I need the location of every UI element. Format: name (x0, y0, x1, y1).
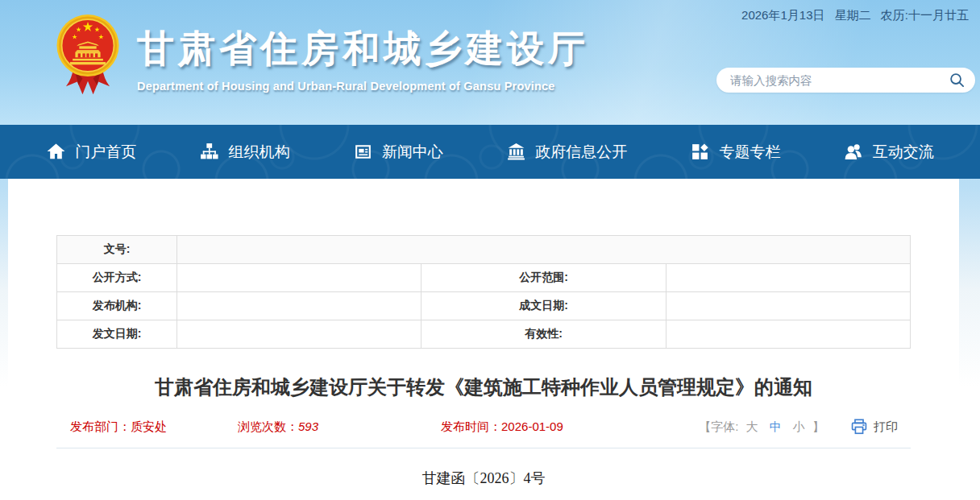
nav-item-interaction[interactable]: 互动交流 (844, 142, 934, 163)
open-scope-value (666, 264, 910, 292)
nav-item-label: 新闻中心 (382, 142, 443, 163)
article-title: 甘肃省住房和城乡建设厅关于转发《建筑施工特种作业人员管理规定》的通知 (56, 374, 911, 400)
main-nav: 门户首页 组织机构 新闻中心 (0, 125, 980, 179)
search-box[interactable] (716, 68, 975, 93)
nav-item-organization[interactable]: 组织机构 (199, 142, 289, 163)
view-count: 浏览次数：593 (238, 419, 318, 435)
font-widget-prefix: 【字体: (699, 419, 738, 433)
table-row: 公开方式: 公开范围: (57, 264, 911, 292)
nav-item-news[interactable]: 新闻中心 (353, 142, 443, 163)
brand-titles: 甘肃省住房和城乡建设厅 Department of Housing and Ur… (137, 11, 589, 93)
issue-date-value (177, 320, 421, 349)
date-line: 2026年1月13日 星期二 农历:十一月廿五 (741, 8, 969, 23)
issuing-agency-value (177, 292, 421, 320)
content-area: 文号: 公开方式: 公开范围: 发布机构: 成文日期: 发文日期: 有效性: 甘… (8, 179, 959, 500)
news-icon (353, 142, 373, 162)
nav-item-label: 互动交流 (873, 142, 934, 163)
nav-item-special-topics[interactable]: 专题专栏 (690, 142, 780, 163)
nav-item-label: 政府信息公开 (535, 142, 627, 163)
written-date-value (666, 292, 910, 320)
font-size-widget: 【字体: 大 中 小 】 (699, 419, 824, 435)
doc-number-value (177, 236, 911, 264)
issue-date-label: 发文日期: (57, 320, 177, 349)
site-header: 2026年1月13日 星期二 农历:十一月廿五 (0, 0, 980, 125)
table-row: 文号: (57, 236, 911, 264)
font-size-small-button[interactable]: 小 (793, 419, 805, 433)
nav-item-gov-info[interactable]: 政府信息公开 (506, 142, 627, 163)
printer-icon (850, 418, 868, 436)
publish-time: 发布时间：2026-01-09 (441, 419, 563, 435)
table-row: 发布机构: 成文日期: (57, 292, 911, 320)
home-icon (46, 142, 66, 162)
print-button[interactable]: 打印 (850, 418, 898, 436)
font-size-medium-button[interactable]: 中 (770, 419, 782, 433)
publish-department: 发布部门：质安处 (70, 419, 167, 435)
nav-item-label: 专题专栏 (719, 142, 780, 163)
org-chart-icon (199, 142, 219, 162)
search-icon[interactable] (949, 72, 965, 89)
doc-number-label: 文号: (57, 236, 177, 264)
nav-item-label: 门户首页 (75, 142, 136, 163)
document-info-table: 文号: 公开方式: 公开范围: 发布机构: 成文日期: 发文日期: 有效性: (56, 235, 911, 349)
site-title: 甘肃省住房和城乡建设厅 (137, 24, 589, 74)
nav-item-home[interactable]: 门户首页 (46, 142, 136, 163)
nav-item-label: 组织机构 (228, 142, 289, 163)
table-row: 发文日期: 有效性: (57, 320, 911, 349)
site-brand[interactable]: 甘肃省住房和城乡建设厅 Department of Housing and Ur… (55, 11, 589, 98)
print-label: 打印 (874, 419, 898, 435)
people-icon (844, 142, 864, 162)
site-subtitle-en: Department of Housing and Urban-Rural De… (137, 80, 589, 93)
open-scope-label: 公开范围: (421, 264, 666, 292)
gov-building-icon (506, 142, 526, 162)
validity-value (666, 320, 910, 349)
font-widget-suffix: 】 (812, 419, 824, 433)
document-reference-number: 甘建函〔2026〕4号 (8, 469, 959, 488)
validity-label: 有效性: (421, 320, 666, 349)
issuing-agency-label: 发布机构: (57, 292, 177, 320)
open-method-label: 公开方式: (57, 264, 177, 292)
written-date-label: 成文日期: (421, 292, 666, 320)
article-meta-row: 发布部门：质安处 浏览次数：593 发布时间：2026-01-09 【字体: 大… (56, 418, 911, 448)
open-method-value (177, 264, 421, 292)
search-input[interactable] (730, 74, 949, 87)
national-emblem-icon (55, 11, 121, 98)
grid-icon (690, 142, 710, 162)
font-size-large-button[interactable]: 大 (745, 419, 758, 433)
